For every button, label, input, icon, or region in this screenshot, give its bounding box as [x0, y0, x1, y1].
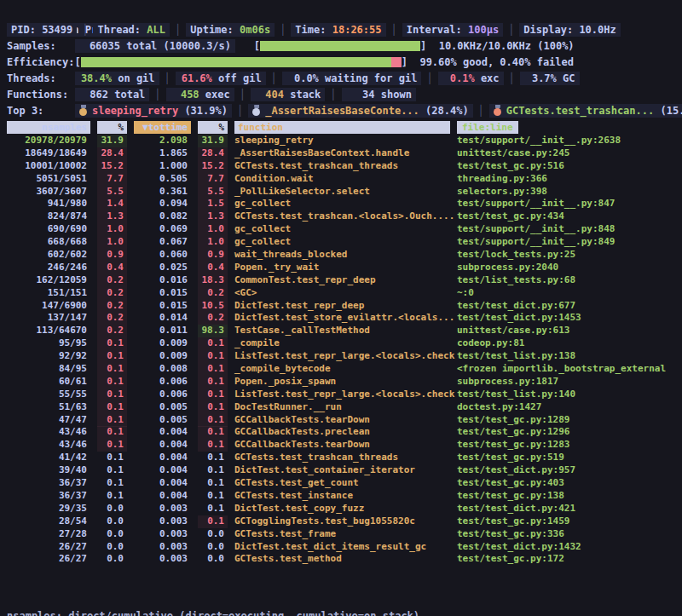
bar-open-bracket: [	[74, 56, 80, 68]
bar-close-bracket: ]	[402, 56, 407, 68]
stat-label: shown	[375, 89, 412, 101]
stat-segment: 0.1% exc	[438, 72, 504, 85]
table-row[interactable]: 18649/1864928.41.86528.4_AssertRaisesBas…	[7, 147, 682, 160]
column-header-%[interactable]: %	[97, 121, 127, 134]
table-row[interactable]: 941/9801.40.0941.5gc_collecttest/support…	[7, 198, 682, 210]
samples-rate-bar	[260, 41, 420, 51]
table-row[interactable]: 29/350.00.0030.1DictTest.test_copy_fuzzt…	[7, 503, 682, 515]
table-row[interactable]: 51/630.10.0050.1DocTestRunner.__rundocte…	[7, 401, 682, 414]
nsamples-cell: 55/55	[7, 389, 90, 401]
tottime-cell: 0.016	[134, 274, 191, 287]
tottime-cell: 0.067	[134, 236, 191, 249]
table-row[interactable]: 246/2460.40.0250.4Popen._try_waitsubproc…	[7, 262, 682, 274]
table-row[interactable]: 26/270.00.0030.0DictTest.test_dict_items…	[7, 541, 682, 554]
table-row[interactable]: 36/370.10.0040.1GCTests.test_get_countte…	[7, 477, 682, 490]
table-row[interactable]: 602/6020.90.0600.9wait_threads_blockedte…	[7, 249, 682, 262]
function-cell: Condition.wait	[234, 173, 450, 186]
file-line-cell: test/list_tests.py:68	[457, 274, 682, 287]
top3-function-name: sleeping_retry	[92, 105, 178, 117]
function-cell: GCTests.test_trashcan.<locals>.Ouch....	[234, 210, 450, 223]
status-segment-label: Uptime:	[190, 24, 240, 36]
table-row[interactable]: 95/950.10.0090.1_compilecodeop.py:81	[7, 337, 682, 350]
table-row[interactable]: 113/646700.20.01198.3TestCase._callTestM…	[7, 325, 682, 337]
table-row[interactable]: 20978/2097931.92.09831.9sleeping_retryte…	[7, 135, 682, 147]
function-cell: CommonTest.test_repr_deep	[234, 274, 450, 287]
table-row[interactable]: 151/1510.20.0150.2<GC>~:0	[7, 287, 682, 300]
file-line-cell: test/test_gc.py:519	[457, 452, 682, 464]
top3-function-name: GCTests.test_trashcan...	[506, 105, 654, 117]
threads-line: Threads:38.4% on gil│61.6% off gil│0.0% …	[7, 71, 682, 87]
threads-label: Threads:	[7, 71, 75, 87]
nsamples-cell: 10001/10002	[7, 160, 90, 173]
table-row[interactable]: 92/920.10.0090.1ListTest.test_repr_large…	[7, 350, 682, 363]
column-header-tottime[interactable]: ▼tottime	[134, 121, 191, 134]
table-row[interactable]: 10001/1000215.21.00015.2GCTests.test_tra…	[7, 160, 682, 173]
tottime-cell: 0.015	[134, 287, 191, 300]
table-row[interactable]: 162/120590.20.01618.3CommonTest.test_rep…	[7, 274, 682, 287]
function-cell: gc_collect	[234, 236, 450, 249]
direct-percent-cell: 0.1	[97, 490, 127, 503]
table-row[interactable]: 5051/50517.70.5057.7Condition.waitthread…	[7, 173, 682, 186]
table-row[interactable]: 36/370.10.0040.1GCTests.test_instancetes…	[7, 490, 682, 503]
direct-percent-cell: 1.3	[97, 210, 127, 223]
cumulative-percent-cell: 0.1	[198, 452, 228, 464]
top3-function-name: _AssertRaisesBaseConte...	[265, 105, 419, 117]
table-row[interactable]: 28/540.00.0030.1GCTogglingTests.test_bug…	[7, 515, 682, 528]
stat-label: exc	[475, 72, 500, 84]
column-header-%[interactable]: %	[198, 121, 228, 134]
table-row[interactable]: 55/550.10.0060.1ListTest.test_repr_large…	[7, 389, 682, 401]
status-segment-value: ALL	[147, 24, 165, 36]
tottime-cell: 0.006	[134, 389, 191, 401]
separator-icon: │	[391, 24, 397, 36]
nsamples-cell: 941/980	[7, 198, 90, 210]
file-line-cell: test/test_dict.py:1453	[457, 312, 682, 325]
nsamples-cell: 246/246	[7, 262, 90, 274]
cumulative-percent-cell: 31.9	[198, 135, 228, 147]
function-cell: GCTests.test_trashcan_threads	[234, 160, 450, 173]
cumulative-percent-cell: 18.3	[198, 274, 228, 287]
function-cell: _compile	[234, 337, 450, 350]
table-row[interactable]: 668/6681.00.0671.0gc_collecttest/support…	[7, 236, 682, 249]
tottime-cell: 0.003	[134, 515, 191, 528]
direct-percent-cell: 0.1	[97, 401, 127, 414]
cumulative-percent-cell: 0.1	[198, 515, 228, 528]
nsamples-cell: 162/12059	[7, 274, 90, 287]
column-header-nsamples[interactable]: nsamples	[7, 121, 90, 134]
cumulative-percent-cell: 0.1	[198, 389, 228, 401]
table-row[interactable]: 60/610.10.0060.1Popen._posix_spawnsubpro…	[7, 376, 682, 389]
function-cell: GCTests.test_frame	[234, 528, 450, 541]
table-row[interactable]: 27/280.00.0030.0GCTests.test_frametest/t…	[7, 528, 682, 541]
bronze-medal-icon	[494, 105, 502, 116]
tottime-cell: 0.003	[134, 528, 191, 541]
column-header-fileline[interactable]: file:line	[457, 121, 518, 134]
table-row[interactable]: 26/270.00.0030.0GCTests.test_methodtest/…	[7, 553, 682, 566]
function-cell: _compile_bytecode	[234, 363, 450, 376]
column-header-function[interactable]: function	[234, 121, 450, 134]
samples-value: 66035 total (10000.3/s)	[75, 39, 235, 53]
separator-icon: │	[154, 89, 160, 101]
nsamples-cell: 26/27	[7, 541, 90, 554]
table-row[interactable]: 824/8741.30.0821.3GCTests.test_trashcan.…	[7, 210, 682, 223]
tottime-cell: 0.003	[134, 503, 191, 515]
bar-close-bracket: ]	[420, 40, 426, 52]
table-row[interactable]: 47/470.10.0050.1GCCallbackTests.tearDown…	[7, 414, 682, 427]
table-row[interactable]: 690/6901.00.0691.0gc_collecttest/support…	[7, 223, 682, 236]
table-row[interactable]: 43/460.10.0040.1GCCallbackTests.preclean…	[7, 426, 682, 439]
table-row[interactable]: 3607/36075.50.3615.5_PollLikeSelector.se…	[7, 186, 682, 199]
nsamples-cell: 18649/18649	[7, 147, 90, 160]
separator-icon: │	[478, 105, 484, 117]
function-cell: TestCase._callTestMethod	[234, 325, 450, 337]
table-row[interactable]: 84/950.10.0080.1_compile_bytecode<frozen…	[7, 363, 682, 376]
stat-segment: 0.0% waiting for gil	[282, 72, 422, 85]
table-row[interactable]: 137/1470.20.0140.2DictTest.test_store_ev…	[7, 312, 682, 325]
file-line-cell: test/test_list.py:140	[457, 389, 682, 401]
table-row[interactable]: 147/69000.20.01510.5DictTest.test_repr_d…	[7, 300, 682, 313]
stat-segment: 862 total	[75, 88, 149, 101]
nsamples-cell: 39/40	[7, 464, 90, 477]
table-row[interactable]: 39/400.10.0040.1DictTest.test_container_…	[7, 464, 682, 477]
table-row[interactable]: 43/460.10.0040.1GCCallbackTests.tearDown…	[7, 439, 682, 452]
function-cell: GCCallbackTests.tearDown	[234, 414, 450, 427]
separator-icon: │	[82, 24, 88, 36]
file-line-cell: test/test_gc.py:1296	[457, 426, 682, 439]
table-row[interactable]: 41/420.10.0040.1GCTests.test_trashcan_th…	[7, 452, 682, 464]
